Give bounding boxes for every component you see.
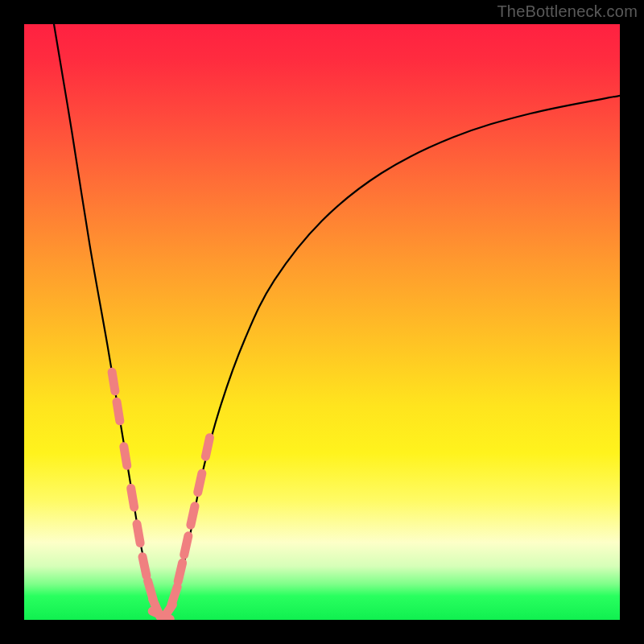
gradient-background xyxy=(24,24,620,620)
watermark-text: TheBottleneck.com xyxy=(497,2,638,21)
plot-area xyxy=(24,24,620,620)
chart-frame: TheBottleneck.com xyxy=(0,0,644,644)
